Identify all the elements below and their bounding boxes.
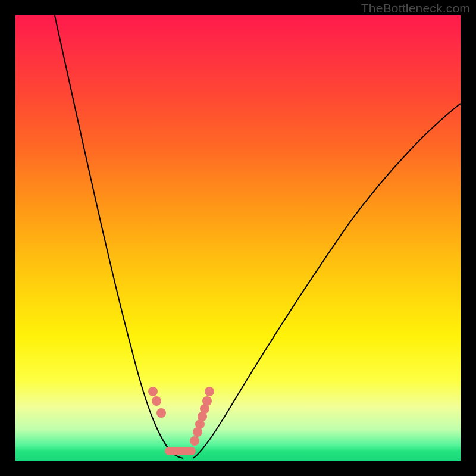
svg-point-1 <box>152 396 161 406</box>
right-curve <box>193 104 461 458</box>
plot-frame <box>15 15 461 461</box>
chart-svg <box>15 15 461 461</box>
svg-point-3 <box>205 387 214 396</box>
svg-point-8 <box>193 427 202 437</box>
watermark-text: TheBottleneck.com <box>361 1 470 15</box>
marker-group <box>148 387 214 451</box>
left-curve <box>55 15 183 458</box>
svg-point-9 <box>190 436 199 446</box>
svg-point-0 <box>148 387 158 396</box>
svg-point-2 <box>156 408 166 418</box>
